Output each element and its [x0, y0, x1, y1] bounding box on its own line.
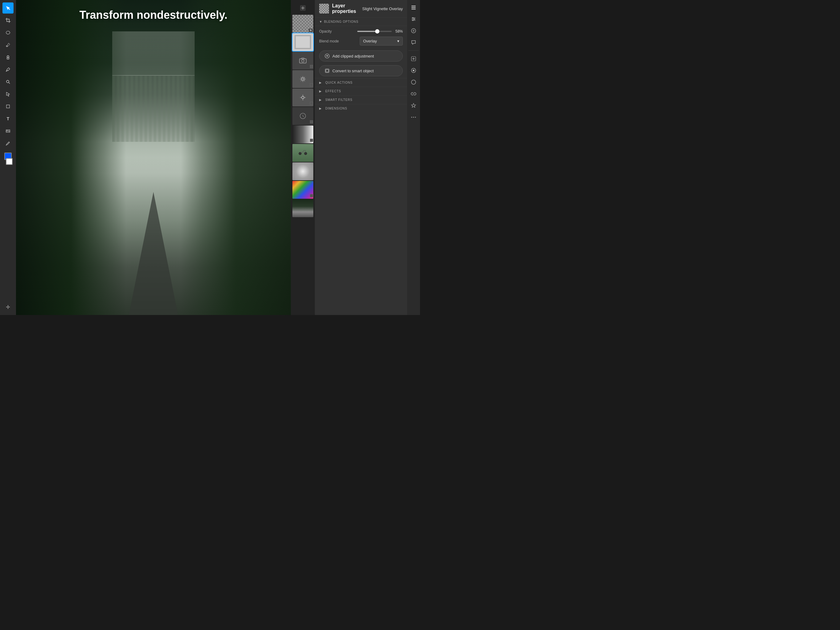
layer-thumb-4[interactable] [292, 70, 313, 88]
dimensions-section[interactable]: ▶ DIMENSIONS [315, 104, 407, 112]
svg-rect-38 [411, 9, 416, 9]
link-panel-icon[interactable] [409, 89, 418, 99]
mask-panel-icon[interactable] [409, 77, 418, 87]
dimensions-chevron: ▶ [319, 107, 322, 110]
color-swatches [3, 153, 13, 165]
convert-smart-object-button[interactable]: Convert to smart object [319, 65, 403, 76]
effects-label: EFFECTS [325, 90, 341, 93]
type-tool[interactable]: T [2, 113, 14, 124]
svg-point-44 [412, 20, 414, 21]
zoom-tool[interactable] [2, 76, 14, 87]
svg-rect-8 [300, 59, 306, 63]
filter-panel-icon[interactable] [409, 26, 418, 36]
forest-left [16, 0, 126, 315]
svg-rect-27 [310, 102, 313, 105]
svg-point-12 [302, 78, 304, 80]
prop-layer-thumbnail [319, 4, 329, 14]
opacity-slider-fill [357, 31, 377, 32]
adjustments-panel-icon[interactable] [409, 14, 418, 24]
opacity-slider-track[interactable] [357, 31, 392, 32]
svg-rect-29 [310, 139, 313, 142]
blend-mode-label: Blend mode [319, 39, 357, 43]
smart-filters-section[interactable]: ▶ SMART FILTERS [315, 95, 407, 104]
blend-mode-chevron: ▾ [397, 39, 399, 43]
quick-actions-chevron: ▶ [319, 81, 322, 84]
opacity-slider-thumb[interactable] [375, 29, 379, 33]
background-color[interactable] [6, 158, 13, 165]
add-clipped-icon [324, 53, 330, 59]
transform-tool[interactable] [2, 101, 14, 112]
vignette-preview [295, 35, 311, 49]
crop-tool[interactable] [2, 15, 14, 26]
layer-thumb-5[interactable] [292, 89, 313, 106]
svg-point-52 [415, 117, 416, 118]
svg-point-48 [413, 70, 414, 71]
blend-mode-select[interactable]: Overlay ▾ [360, 36, 403, 46]
visibility-panel-icon[interactable] [409, 65, 418, 75]
comment-panel-icon[interactable] [409, 38, 418, 47]
convert-smart-label: Convert to smart object [332, 69, 374, 73]
brush-tool[interactable] [2, 40, 14, 51]
stamp-tool[interactable] [2, 52, 14, 63]
layer-thumb-11[interactable] [292, 199, 313, 217]
svg-line-4 [9, 82, 10, 84]
svg-point-30 [299, 152, 301, 155]
more-tools[interactable] [2, 301, 14, 313]
blending-section-header[interactable]: ▼ BLENDING OPTIONS [315, 17, 407, 26]
pen-tool[interactable] [2, 138, 14, 149]
layers-and-props: ⊞ [291, 0, 420, 315]
svg-rect-5 [6, 105, 9, 108]
more-panel-icon[interactable] [409, 112, 418, 122]
add-clipped-adjustment-button[interactable]: Add clipped adjustment [319, 51, 403, 62]
effects-section[interactable]: ▶ EFFECTS [315, 87, 407, 95]
smart-badge-6 [310, 119, 313, 125]
canvas-area[interactable]: Transform nondestructively. [16, 0, 291, 315]
dimensions-label: DIMENSIONS [325, 107, 347, 110]
layers-strip: ⊞ [291, 0, 315, 315]
svg-line-19 [304, 77, 305, 78]
checker-thumbnail [319, 4, 329, 14]
layer-thumb-7[interactable] [292, 125, 313, 143]
layer-thumb-9[interactable] [292, 162, 313, 180]
quick-actions-label: QUICK ACTIONS [325, 81, 353, 84]
blend-mode-value: Overlay [363, 39, 377, 43]
add-layer-panel-icon[interactable] [409, 54, 418, 64]
svg-point-49 [411, 80, 416, 84]
smart-badge-5 [310, 101, 313, 106]
layers-panel-icon[interactable] [409, 2, 418, 12]
layer-thumb-10[interactable] [292, 181, 313, 199]
layer-thumb-8[interactable] [292, 144, 313, 162]
quick-actions-section[interactable]: ▶ QUICK ACTIONS [315, 78, 407, 87]
smart-filters-label: SMART FILTERS [325, 98, 352, 101]
layer-thumb-1[interactable]: ⊞ [292, 15, 313, 33]
svg-rect-37 [411, 7, 416, 8]
layer-thumb-6[interactable] [292, 107, 313, 125]
smart-filters-chevron: ▶ [319, 98, 322, 101]
svg-point-42 [412, 17, 414, 19]
smart-badge-10 [310, 193, 313, 198]
blending-label: BLENDING OPTIONS [324, 20, 358, 24]
divider-1 [408, 51, 419, 51]
select-tool[interactable] [2, 2, 14, 14]
image-tool[interactable] [2, 125, 14, 136]
lasso-tool[interactable] [2, 27, 14, 38]
forest-right [181, 0, 291, 315]
canvas-title: Transform nondestructively. [79, 9, 227, 22]
fx-panel-icon[interactable] [409, 101, 418, 111]
panel-title: Layer properties [332, 3, 359, 14]
layer-thumb-2[interactable] [292, 33, 313, 51]
prop-panel-header: Layer properties Slight Vignette Overlay [315, 0, 407, 17]
svg-rect-35 [326, 70, 328, 72]
add-clipped-label: Add clipped adjustment [332, 54, 374, 59]
add-layer-button[interactable] [298, 3, 308, 13]
type-icon: T [7, 116, 9, 121]
svg-point-0 [6, 31, 10, 34]
layer-thumb-3[interactable] [292, 52, 313, 70]
convert-smart-icon [324, 68, 330, 73]
svg-rect-11 [310, 65, 313, 68]
smart-badge-4 [310, 82, 313, 88]
fill-tool[interactable] [2, 89, 14, 100]
eyedropper-tool[interactable] [2, 64, 14, 75]
svg-point-31 [305, 152, 307, 155]
smart-badge [310, 64, 313, 69]
